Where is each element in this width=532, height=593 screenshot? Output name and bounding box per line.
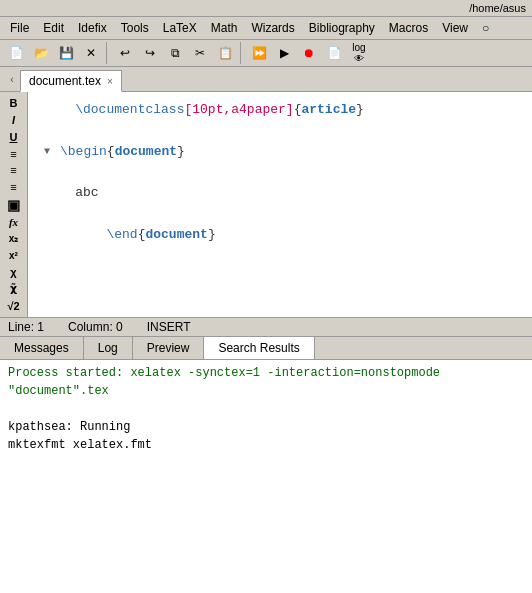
tab-bar: ‹ document.tex × [0,67,532,92]
menu-file[interactable]: File [4,19,35,37]
tb-log[interactable]: log👁 [347,42,371,64]
tb-view[interactable]: 📄 [322,42,346,64]
menu-bar: File Edit Idefix Tools LaTeX Math Wizard… [0,17,532,40]
tb-compile-all[interactable]: ⏩ [247,42,271,64]
status-line: Line: 1 [8,320,44,334]
menu-bibliography[interactable]: Bibliography [303,19,381,37]
code-line-4 [44,162,524,183]
output-line-3: kpathsea: Running [8,418,524,436]
menu-macros[interactable]: Macros [383,19,434,37]
btn-underline[interactable]: U [2,130,26,145]
tb-cut[interactable]: ✂ [188,42,212,64]
btn-align-center[interactable]: ≡ [2,163,26,178]
output-line-4: mktexfmt xelatex.fmt [8,436,524,454]
tb-sep2 [240,42,244,64]
menu-edit[interactable]: Edit [37,19,70,37]
btn-subscript[interactable]: x₂ [2,231,26,246]
code-line-7: \end{document} [44,225,524,246]
menu-tools[interactable]: Tools [115,19,155,37]
tb-new[interactable]: 📄 [4,42,28,64]
status-mode: INSERT [147,320,191,334]
document-tab[interactable]: document.tex × [20,70,122,92]
tab-messages[interactable]: Messages [0,337,84,359]
code-line-6 [44,204,524,225]
code-line-3: ▼ \begin{document} [44,142,524,163]
tb-stop[interactable]: ⏺ [297,42,321,64]
tab-preview[interactable]: Preview [133,337,205,359]
editor-container: B I U ≡ ≡ ≡ ▣ fx x₂ x² χ χ̃ √2 \document… [0,92,532,317]
menu-wizards[interactable]: Wizards [245,19,300,37]
tab-log[interactable]: Log [84,337,133,359]
menu-other[interactable]: ○ [476,19,495,37]
status-col: Column: 0 [68,320,123,334]
code-cmd-end: \end [106,225,137,246]
output-line-1: Process started: xelatex -synctex=1 -int… [8,364,524,400]
tb-copy[interactable]: ⧉ [163,42,187,64]
tab-filename: document.tex [29,74,101,88]
menu-idefix[interactable]: Idefix [72,19,113,37]
bottom-tabs: Messages Log Preview Search Results [0,336,532,360]
btn-chi[interactable]: χ [2,265,26,280]
fold-arrow[interactable]: ▼ [44,144,56,160]
btn-sqrt[interactable]: √2 [2,298,26,313]
btn-frame[interactable]: ▣ [2,197,26,213]
code-line-1: \documentclass[10pt,a4paper]{article} [44,100,524,121]
code-cmd-documentclass: \documentclass [75,100,184,121]
title-text: /home/asus [469,2,526,14]
code-cmd-begin: \begin [60,142,107,163]
tb-open[interactable]: 📂 [29,42,53,64]
btn-italic[interactable]: I [2,113,26,128]
tb-save[interactable]: 💾 [54,42,78,64]
tb-paste[interactable]: 📋 [213,42,237,64]
code-line-5: abc [44,183,524,204]
tb-undo[interactable]: ↩ [113,42,137,64]
title-bar: /home/asus [0,0,532,17]
tb-close[interactable]: ✕ [79,42,103,64]
tb-sep1 [106,42,110,64]
code-abc: abc [75,183,98,204]
btn-chi2[interactable]: χ̃ [2,282,26,297]
toolbar: 📄 📂 💾 ✕ ↩ ↪ ⧉ ✂ 📋 ⏩ ▶ ⏺ 📄 log👁 [0,40,532,67]
tab-scroll-left[interactable]: ‹ [4,69,20,91]
menu-latex[interactable]: LaTeX [157,19,203,37]
btn-bold[interactable]: B [2,96,26,111]
status-bar: Line: 1 Column: 0 INSERT [0,317,532,336]
btn-superscript[interactable]: x² [2,248,26,263]
btn-fx[interactable]: fx [2,215,26,230]
output-panel: Process started: xelatex -synctex=1 -int… [0,360,532,593]
menu-view[interactable]: View [436,19,474,37]
code-editor[interactable]: \documentclass[10pt,a4paper]{article} ▼ … [28,92,532,317]
output-line-2 [8,400,524,418]
menu-math[interactable]: Math [205,19,244,37]
code-line-2 [44,121,524,142]
side-toolbar: B I U ≡ ≡ ≡ ▣ fx x₂ x² χ χ̃ √2 [0,92,28,317]
tab-search-results[interactable]: Search Results [204,337,314,359]
btn-align-left[interactable]: ≡ [2,146,26,161]
tb-redo[interactable]: ↪ [138,42,162,64]
btn-align-right[interactable]: ≡ [2,180,26,195]
tb-compile[interactable]: ▶ [272,42,296,64]
tab-close-btn[interactable]: × [107,76,113,87]
